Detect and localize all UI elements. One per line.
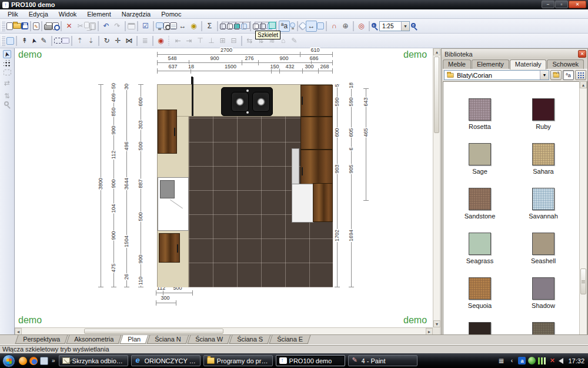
material-item[interactable]: Sage <box>450 143 509 175</box>
view-report-icon[interactable] <box>170 22 177 29</box>
show-desktop-icon[interactable] <box>40 357 48 365</box>
toolbar-button[interactable] <box>152 36 153 46</box>
view-tab[interactable]: Perspektywa <box>15 335 68 344</box>
path-combo[interactable]: Blaty\Corian ▼ <box>444 70 549 80</box>
print-preview-icon[interactable] <box>52 22 59 30</box>
cube-edges-icon[interactable] <box>260 24 266 29</box>
grid-icon[interactable] <box>317 22 324 29</box>
dist-right-icon[interactable]: ⇥ <box>183 35 195 47</box>
toolbar-handle[interactable] <box>1 35 5 46</box>
toolbar-button[interactable] <box>136 36 138 46</box>
scroll-up-icon[interactable]: ▲ <box>580 81 587 88</box>
open-icon[interactable] <box>13 23 21 29</box>
menu-item[interactable]: Widok <box>54 9 82 19</box>
material-swatch[interactable] <box>532 233 554 255</box>
folder-up-button[interactable] <box>550 70 562 80</box>
start-button[interactable] <box>2 354 15 367</box>
grid-view-button[interactable] <box>575 70 586 80</box>
cube-white-icon[interactable] <box>227 24 233 29</box>
toolbar-button[interactable] <box>98 36 99 46</box>
view-price-icon[interactable]: ◉ <box>188 21 199 32</box>
agent-icon[interactable] <box>528 357 536 364</box>
material-item[interactable]: Sandstone <box>450 188 509 220</box>
toolbar-button[interactable] <box>61 21 62 31</box>
orbit-icon[interactable]: ⊕ <box>340 21 351 32</box>
library-tab[interactable]: Materiały <box>510 59 547 69</box>
material-swatch[interactable] <box>469 98 491 121</box>
keyboard-icon[interactable]: ▦ <box>497 357 505 365</box>
material-item[interactable]: Shadow <box>514 277 573 310</box>
left-cabinet[interactable] <box>159 233 180 263</box>
drawing-canvas[interactable]: demo demo demo demo 27006105489002769006… <box>15 48 440 334</box>
material-swatch[interactable] <box>532 143 554 165</box>
material-swatch[interactable] <box>469 233 491 255</box>
toolbar-button[interactable] <box>326 21 327 31</box>
toolbar-button[interactable] <box>241 36 242 46</box>
cube-wire-icon[interactable] <box>220 24 226 29</box>
taskbar-button[interactable]: Programy do projek... <box>203 355 273 366</box>
toolbar-button[interactable] <box>217 21 218 31</box>
insert-icon[interactable]: ↟ <box>19 35 30 47</box>
material-item[interactable]: Savannah <box>514 188 573 220</box>
toolbar-button[interactable] <box>125 21 126 31</box>
taskbar-button[interactable]: Skrzynka odbiorcza ... <box>59 355 128 366</box>
cube-solid-icon[interactable] <box>267 24 273 29</box>
toolbar-button[interactable] <box>41 21 42 31</box>
menu-item[interactable]: Edycja <box>24 9 54 19</box>
undo-icon[interactable]: ↶ <box>101 21 112 32</box>
toolbar-button[interactable] <box>276 21 277 31</box>
toolbar-button[interactable] <box>297 21 298 31</box>
material-swatch[interactable] <box>532 188 554 210</box>
material-item[interactable]: Seagrass <box>450 233 509 265</box>
cube-textured-icon[interactable] <box>241 24 247 29</box>
toolbar-button[interactable] <box>137 21 138 31</box>
toolbar-button[interactable] <box>250 21 251 31</box>
scrollbar-thumb[interactable] <box>434 57 439 133</box>
language-icon[interactable]: a <box>518 357 526 364</box>
taskbar-button[interactable]: ORIONCZYCY II czyl... <box>131 355 201 366</box>
view-tab[interactable]: Ściana S <box>229 335 271 344</box>
select-area-icon[interactable] <box>54 38 62 44</box>
library-tab[interactable]: Schowek <box>547 59 584 69</box>
material-item[interactable]: Ruby <box>514 98 573 131</box>
new-icon[interactable] <box>6 22 13 30</box>
maximize-button[interactable]: ▫ <box>555 1 568 8</box>
offline-icon[interactable]: ✕ <box>548 357 556 365</box>
minimize-button[interactable]: − <box>542 1 554 8</box>
select-area-icon[interactable] <box>4 69 11 75</box>
select-tool-icon[interactable] <box>3 50 11 58</box>
browser-icon[interactable] <box>29 357 38 365</box>
zoom-in-icon[interactable] <box>372 23 376 28</box>
dimensions-icon[interactable]: ↔ <box>306 21 317 32</box>
order-front-icon[interactable]: ⇆ <box>244 35 255 47</box>
vertical-scrollbar[interactable]: ▲ ▼ <box>433 48 440 327</box>
magnet-icon[interactable]: ∩ <box>329 21 340 32</box>
menu-item[interactable]: Pomoc <box>156 9 186 19</box>
toolbar-button[interactable] <box>353 21 354 31</box>
scroll-down-icon[interactable]: ▼ <box>433 320 440 327</box>
close-button[interactable]: ✕ <box>569 1 586 8</box>
node-up-icon[interactable]: ⇡ <box>74 35 85 47</box>
taskbar-button[interactable]: 4 - Paint <box>348 355 417 366</box>
materials-list[interactable]: Rosetta Ruby Sage Sahara Sandstone Savan… <box>443 81 587 344</box>
save-icon[interactable] <box>21 22 28 29</box>
toolbar-button[interactable] <box>30 21 31 31</box>
page-setup-icon[interactable] <box>33 22 39 30</box>
view-tab[interactable]: Ściana W <box>187 335 230 344</box>
zoom-out-icon[interactable] <box>411 23 416 28</box>
scrollbar-thumb[interactable] <box>84 329 223 334</box>
volume-icon[interactable] <box>559 358 563 364</box>
scale-combo[interactable]: 1:25 ▼ <box>379 21 410 31</box>
view-tab[interactable]: Ściana N <box>147 335 189 344</box>
library-scrollbar[interactable]: ▲ ▼ <box>579 81 587 344</box>
print-icon[interactable] <box>44 24 52 30</box>
group-icon[interactable]: ⊞ <box>217 35 228 47</box>
redo-icon[interactable]: ↷ <box>112 21 123 32</box>
table[interactable] <box>158 177 189 231</box>
view-fit-icon[interactable]: ↔ <box>177 21 188 32</box>
snap-grid-icon[interactable] <box>4 60 11 68</box>
view-editor-icon[interactable] <box>156 22 163 28</box>
left-cabinet[interactable] <box>158 110 177 154</box>
floor-plan[interactable] <box>157 84 332 287</box>
chevron-down-icon[interactable]: ▼ <box>401 22 409 31</box>
